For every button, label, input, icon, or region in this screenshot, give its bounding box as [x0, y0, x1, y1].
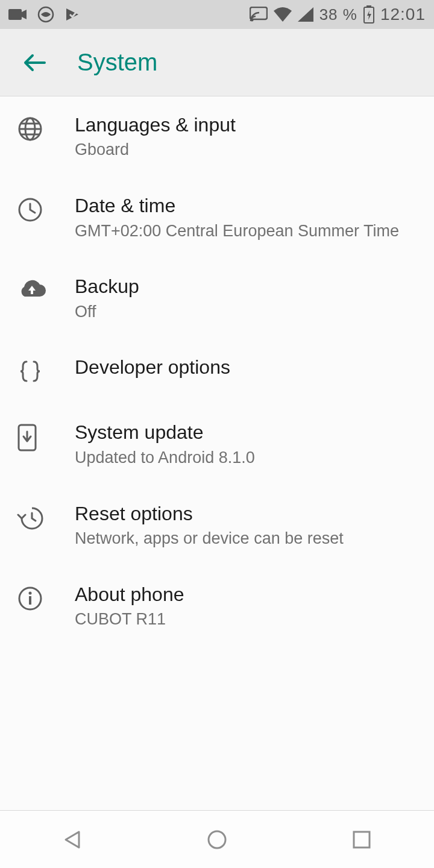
back-button[interactable]: [17, 46, 51, 80]
braces-icon: [17, 358, 43, 387]
globe-icon: [17, 116, 43, 145]
setting-title: Reset options: [75, 502, 417, 525]
setting-subtitle: Gboard: [75, 140, 417, 160]
cloud-upload-icon: [17, 277, 47, 304]
svg-rect-5: [366, 5, 371, 8]
setting-date-time[interactable]: Date & time GMT+02:00 Central European S…: [0, 177, 434, 258]
svg-point-14: [209, 831, 225, 848]
svg-point-12: [29, 591, 32, 594]
setting-title: Backup: [75, 275, 417, 298]
info-icon: [17, 585, 43, 614]
setting-languages-input[interactable]: Languages & input Gboard: [0, 96, 434, 177]
app-bar: System: [0, 29, 434, 96]
signal-icon: [298, 7, 313, 22]
setting-subtitle: CUBOT R11: [75, 609, 417, 630]
page-title: System: [77, 49, 157, 76]
setting-title: About phone: [75, 583, 417, 606]
setting-subtitle: Off: [75, 302, 417, 322]
wifi-icon: [274, 7, 292, 22]
browser-icon: [37, 6, 54, 23]
setting-developer-options[interactable]: Developer options: [0, 339, 434, 404]
video-icon: [8, 8, 28, 21]
battery-charging-icon: [363, 5, 374, 24]
nav-recents-button[interactable]: [326, 820, 398, 859]
cast-icon: [250, 7, 268, 22]
phone-download-icon: [17, 423, 37, 454]
setting-title: Date & time: [75, 194, 417, 217]
setting-subtitle: GMT+02:00 Central European Summer Time: [75, 221, 417, 242]
settings-list: Languages & input Gboard Date & time GMT…: [0, 96, 434, 810]
status-bar-right: 38 % 12:01: [250, 5, 426, 24]
status-bar: 38 % 12:01: [0, 0, 434, 29]
svg-rect-15: [354, 832, 370, 848]
setting-backup[interactable]: Backup Off: [0, 258, 434, 339]
clock-icon: [17, 197, 43, 225]
square-recents-icon: [351, 829, 372, 850]
play-checked-icon: [64, 6, 81, 23]
svg-point-3: [250, 19, 253, 22]
setting-title: Developer options: [75, 356, 417, 379]
setting-subtitle: Updated to Android 8.1.0: [75, 448, 417, 468]
navigation-bar: [0, 810, 434, 868]
setting-about-phone[interactable]: About phone CUBOT R11: [0, 566, 434, 647]
nav-back-button[interactable]: [36, 820, 108, 859]
svg-rect-13: [29, 596, 31, 605]
setting-title: System update: [75, 421, 417, 444]
battery-percent-text: 38 %: [319, 5, 357, 24]
setting-subtitle: Network, apps or device can be reset: [75, 529, 417, 549]
circle-home-icon: [206, 828, 228, 851]
setting-reset-options[interactable]: Reset options Network, apps or device ca…: [0, 485, 434, 566]
svg-rect-0: [8, 9, 22, 20]
setting-system-update[interactable]: System update Updated to Android 8.1.0: [0, 404, 434, 485]
clock-text: 12:01: [380, 5, 426, 24]
arrow-back-icon: [20, 49, 47, 76]
setting-title: Languages & input: [75, 113, 417, 136]
triangle-back-icon: [61, 828, 84, 851]
status-bar-left: [8, 6, 81, 23]
restore-icon: [17, 505, 45, 535]
nav-home-button[interactable]: [181, 820, 253, 859]
